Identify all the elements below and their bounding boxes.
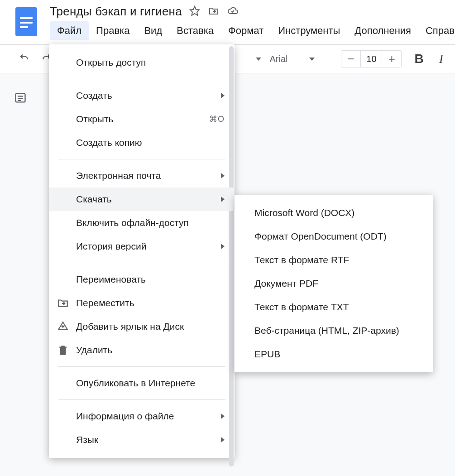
menu-item-label: Веб-страница (HTML, ZIP-архив) [254,325,399,336]
menu-insert[interactable]: Вставка [169,21,221,40]
menu-item-new[interactable]: Создать [49,84,235,107]
menu-item-version-history[interactable]: История версий [49,235,235,258]
menu-edit[interactable]: Правка [89,21,137,40]
title-icons [189,5,238,18]
font-size-decrease-button[interactable]: − [341,51,360,67]
font-family-value: Arial [269,54,287,64]
menu-item-label: Добавить ярлык на Диск [76,321,184,332]
docs-logo-icon[interactable] [15,7,37,36]
menu-item-label: Формат OpenDocument (ODT) [254,231,387,242]
bold-button[interactable]: B [410,52,428,66]
menu-item-move[interactable]: Переместить [49,291,235,315]
trash-icon [57,344,69,356]
title-area: Тренды бэкап и гигиена Файл Правка Вид В… [50,5,455,40]
menu-item-shortcut: ⌘O [209,114,225,124]
drive-shortcut-icon [57,321,69,332]
titlebar: Тренды бэкап и гигиена Файл Правка Вид В… [0,0,455,44]
undo-icon[interactable] [18,52,30,66]
font-family-dropdown[interactable]: Arial [269,54,333,64]
menu-tools[interactable]: Инструменты [271,21,347,40]
menu-item-language[interactable]: Язык [49,428,235,452]
document-title[interactable]: Тренды бэкап и гигиена [50,5,182,19]
download-submenu: Microsoft Word (DOCX) Формат OpenDocumen… [235,195,433,372]
menu-item-label: Текст в формате TXT [254,302,349,313]
menu-separator [58,366,225,367]
menu-item-rename[interactable]: Переименовать [49,268,235,291]
outline-icon[interactable] [13,98,28,106]
menu-item-label: Язык [76,434,98,445]
menu-item-label: Документ PDF [254,278,318,289]
menu-help[interactable]: Справка [418,21,455,40]
download-epub[interactable]: EPUB [235,342,433,366]
menu-separator [58,263,225,263]
menu-separator [58,399,225,400]
menu-item-label: История версий [76,241,147,252]
menu-item-label: Информация о файле [76,411,174,422]
submenu-caret-icon [221,437,225,442]
menu-item-make-copy[interactable]: Создать копию [49,131,235,154]
menu-item-share[interactable]: Открыть доступ [49,51,235,74]
menu-item-publish[interactable]: Опубликовать в Интернете [49,371,235,395]
menu-item-download[interactable]: Скачать [49,188,235,211]
menu-item-label: Создать копию [76,137,142,148]
menu-separator [58,79,225,79]
download-pdf[interactable]: Документ PDF [235,272,433,295]
submenu-caret-icon [221,244,225,249]
menu-item-label: Опубликовать в Интернете [76,378,195,389]
submenu-caret-icon [221,197,225,202]
menu-item-label: Переименовать [76,274,146,285]
menu-item-add-shortcut[interactable]: Добавить ярлык на Диск [49,315,235,338]
submenu-caret-icon [221,173,225,178]
paragraph-style-dropdown[interactable] [256,58,261,61]
svg-marker-0 [190,6,199,15]
menu-item-label: EPUB [254,349,280,360]
menu-addons[interactable]: Дополнения [347,21,418,40]
download-html[interactable]: Веб-страница (HTML, ZIP-архив) [235,319,433,342]
menu-item-label: Удалить [76,345,112,356]
font-size-stepper: − 10 + [341,50,402,67]
italic-button[interactable]: I [436,52,446,66]
font-size-increase-button[interactable]: + [382,51,401,67]
menu-view[interactable]: Вид [137,21,169,40]
menu-item-label: Электронная почта [76,170,161,181]
menu-item-label: Открыть доступ [76,57,146,68]
menu-separator [58,159,225,159]
menu-item-email[interactable]: Электронная почта [49,164,235,188]
menu-format[interactable]: Формат [221,21,271,40]
file-menu-dropdown: Открыть доступ Создать Открыть ⌘O Создат… [49,44,235,458]
menu-item-label: Открыть [76,114,113,125]
menu-item-label: Включить офлайн-доступ [76,217,189,228]
star-icon[interactable] [189,5,200,18]
menubar: Файл Правка Вид Вставка Формат Инструмен… [50,21,455,40]
menu-item-file-info[interactable]: Информация о файле [49,404,235,428]
menu-item-label: Microsoft Word (DOCX) [254,207,354,218]
menu-file[interactable]: Файл [50,21,89,40]
menu-item-label: Переместить [76,298,134,308]
submenu-caret-icon [221,93,225,98]
menu-item-label: Скачать [76,194,112,205]
menu-item-offline[interactable]: Включить офлайн-доступ [49,211,235,235]
font-size-value[interactable]: 10 [360,51,382,67]
menu-item-label: Создать [76,90,112,101]
download-docx[interactable]: Microsoft Word (DOCX) [235,201,433,225]
cloud-status-icon[interactable] [227,5,238,18]
submenu-caret-icon [221,413,225,419]
download-rtf[interactable]: Текст в формате RTF [235,248,433,272]
move-to-folder-icon[interactable] [208,5,219,18]
menu-item-open[interactable]: Открыть ⌘O [49,107,235,131]
menu-item-delete[interactable]: Удалить [49,338,235,362]
menu-item-label: Текст в формате RTF [254,255,349,265]
download-odt[interactable]: Формат OpenDocument (ODT) [235,225,433,248]
download-txt[interactable]: Текст в формате TXT [235,295,433,319]
move-icon [57,297,69,309]
